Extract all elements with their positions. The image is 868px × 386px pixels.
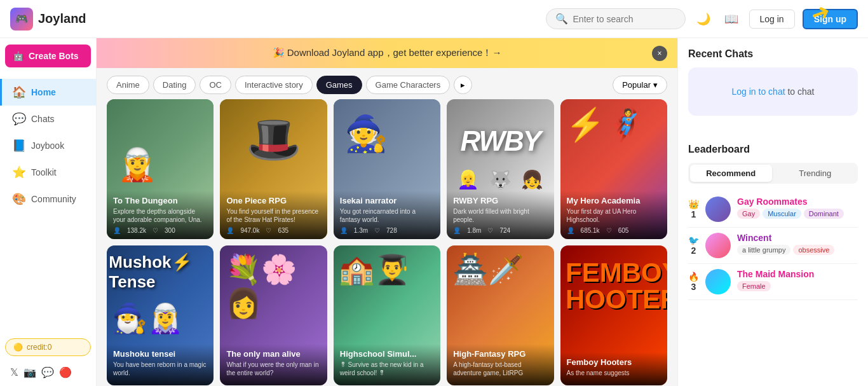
filter-games[interactable]: Games xyxy=(316,76,362,94)
plays-count: 1.8m xyxy=(467,227,481,234)
main-content: 🎉 Download Joyland app，get better experi… xyxy=(97,38,677,386)
logo[interactable]: 🎮 Joyland xyxy=(10,8,86,31)
search-icon: 🔍 xyxy=(555,13,568,25)
card-overlay: One Piece RPG You find yourself in the p… xyxy=(220,191,327,239)
sidebar-item-toolkit[interactable]: ⭐ Toolkit xyxy=(0,159,96,186)
toolkit-icon: ⭐ xyxy=(12,165,25,179)
card-my-hero-academia[interactable]: ⚡🦸 My Hero Academia Your first day at UA… xyxy=(560,99,667,239)
card-overlay: Highschool Simul... 🎖 Survive as the new… xyxy=(334,344,440,385)
card-only-man-alive[interactable]: 💐🌸👩 The only man alive What if you were … xyxy=(220,245,327,385)
card-overlay: My Hero Academia Your first day at UA He… xyxy=(560,191,667,239)
filter-anime[interactable]: Anime xyxy=(107,76,149,94)
twitter-icon[interactable]: 𝕏 xyxy=(10,366,18,378)
card-mushoku-tensei[interactable]: Mushok⚡Tense 🧙‍♂️🧝‍♀️ Mushoku tensei You… xyxy=(107,245,214,385)
login-button[interactable]: Log in xyxy=(749,10,795,29)
card-stats: 👤 1.8m ♡ 724 xyxy=(453,227,547,234)
card-desc: As the name suggests xyxy=(567,369,661,377)
create-bots-icon: 🤖 xyxy=(13,51,24,61)
card-title: To The Dungeon xyxy=(113,196,207,205)
card-title: Femboy Hooters xyxy=(567,357,661,367)
lb-item-1: 👑 1 Gay Roommates Gay Muscular Dominant xyxy=(688,191,858,228)
filter-dating[interactable]: Dating xyxy=(153,76,196,94)
credit-button[interactable]: 🟡 credit:0 xyxy=(5,338,91,356)
sidebar-nav: 🏠 Home 💬 Chats 📘 Joybook ⭐ Toolkit 🎨 Com… xyxy=(0,74,96,336)
banner-close-button[interactable]: × xyxy=(652,46,667,61)
likes-icon: ♡ xyxy=(153,227,158,234)
rank-icon-1: 👑 xyxy=(688,199,699,209)
card-desc: You have been reborn in a magic world. xyxy=(113,361,207,377)
filter-more-button[interactable]: ▸ xyxy=(454,76,472,94)
lb-info-3: The Maid Mansion Female xyxy=(737,269,858,291)
search-bar[interactable]: 🔍 xyxy=(546,8,686,29)
sidebar: 🤖 Create Bots 🏠 Home 💬 Chats 📘 Joybook ⭐… xyxy=(0,38,97,386)
card-title: High-Fantasy RPG xyxy=(453,349,547,359)
lb-tags-1: Gay Muscular Dominant xyxy=(737,209,858,219)
joybook-icon: 📘 xyxy=(12,139,25,153)
card-desc: You got reincarnated into a fantasy worl… xyxy=(340,207,434,224)
card-title: My Hero Academia xyxy=(567,196,661,205)
sidebar-item-home[interactable]: 🏠 Home xyxy=(0,79,96,106)
sidebar-item-joybook[interactable]: 📘 Joybook xyxy=(0,132,96,159)
lb-avatar-2[interactable] xyxy=(705,233,731,258)
recent-chats-empty: Log in to chat to chat xyxy=(688,67,858,116)
tab-recommend[interactable]: Recommend xyxy=(690,165,772,182)
right-panel: Recent Chats Log in to chat to chat Lead… xyxy=(677,38,868,386)
header: 🎮 Joyland 🔍 🌙 📖 Log in Sign up ➜ xyxy=(0,0,868,38)
card-stats: 👤 947.0k ♡ 635 xyxy=(226,227,320,234)
filter-game-characters[interactable]: Game Characters xyxy=(366,76,451,94)
card-desc: Your first day at UA Hero Highschool. xyxy=(567,207,661,224)
discord-icon[interactable]: 💬 xyxy=(41,366,54,378)
lb-name-2[interactable]: Wincent xyxy=(737,233,858,243)
lb-rank-3: 🔥 3 xyxy=(688,269,699,292)
card-desc: A high-fantasy txt-based adventure game,… xyxy=(453,361,547,377)
plays-count: 947.0k xyxy=(240,227,259,234)
card-rwby-rpg[interactable]: RWBY 👱‍♀️🐺👧 RWBY RPG Dark world filled w… xyxy=(447,99,553,239)
lb-name-3[interactable]: The Maid Mansion xyxy=(737,269,858,279)
card-overlay: To The Dungeon Explore the depths alongs… xyxy=(107,191,214,239)
filter-oc[interactable]: OC xyxy=(200,76,231,94)
lb-item-3: 🔥 3 The Maid Mansion Female xyxy=(688,264,858,300)
card-stats: 👤 1.3m ♡ 728 xyxy=(340,227,434,234)
card-overlay: RWBY RPG Dark world filled with bright p… xyxy=(447,191,553,239)
card-overlay: Femboy Hooters As the name suggests xyxy=(560,352,667,385)
card-isekai-narrator[interactable]: 🧙 Isekai narrator You got reincarnated i… xyxy=(334,99,440,239)
cards-row-1: 🧝 To The Dungeon Explore the depths alon… xyxy=(107,99,667,239)
login-link[interactable]: Log in to chat xyxy=(732,86,785,97)
card-desc: Dark world filled with bright people. xyxy=(453,207,547,224)
create-bots-button[interactable]: 🤖 Create Bots xyxy=(5,45,91,67)
card-to-the-dungeon[interactable]: 🧝 To The Dungeon Explore the depths alon… xyxy=(107,99,214,239)
sidebar-label-chats: Chats xyxy=(31,114,55,124)
leaderboard-tabs: Recommend Trending xyxy=(688,163,858,184)
plays-count: 1.3m xyxy=(354,227,368,234)
lb-tags-3: Female xyxy=(737,281,858,291)
card-title: Highschool Simul... xyxy=(340,349,434,359)
card-stats: 👤 138.2k ♡ 300 xyxy=(113,227,207,234)
tab-trending[interactable]: Trending xyxy=(775,165,857,182)
sidebar-item-chats[interactable]: 💬 Chats xyxy=(0,106,96,132)
sort-popular[interactable]: Popular ▾ xyxy=(613,76,667,94)
filter-interactive-story[interactable]: Interactive story xyxy=(235,76,313,94)
leaderboard-section: Leaderboard Recommend Trending 👑 1 Gay R… xyxy=(678,134,868,310)
lb-item-2: 🐦 2 Wincent a little grumpy obsessive xyxy=(688,228,858,264)
card-femboy-hooters[interactable]: FEMBOYHOOTERS Femboy Hooters As the name… xyxy=(560,245,667,385)
lb-avatar-1[interactable] xyxy=(705,196,731,222)
tag-muscular: Muscular xyxy=(763,209,801,219)
card-desc: 🎖 Survive as the new kid in a weird scho… xyxy=(340,361,434,377)
moon-icon[interactable]: 🌙 xyxy=(693,9,714,29)
card-high-fantasy-rpg[interactable]: 🏯🗡️ High-Fantasy RPG A high-fantasy txt-… xyxy=(447,245,553,385)
credit-label: credit:0 xyxy=(27,343,51,352)
rank-icon-2: 🐦 xyxy=(688,235,699,245)
sidebar-label-joybook: Joybook xyxy=(31,141,64,151)
lb-name-1[interactable]: Gay Roommates xyxy=(737,196,858,207)
search-input[interactable] xyxy=(573,14,675,24)
instagram-icon[interactable]: 📷 xyxy=(24,366,36,378)
plays-count: 685.1k xyxy=(581,227,600,234)
community-icon: 🎨 xyxy=(12,192,25,206)
reddit-icon[interactable]: 🔴 xyxy=(59,366,72,378)
tag-grumpy: a little grumpy xyxy=(737,245,790,255)
card-one-piece-rpg[interactable]: 🎩 One Piece RPG You find yourself in the… xyxy=(220,99,327,239)
book-icon[interactable]: 📖 xyxy=(721,9,742,29)
sidebar-item-community[interactable]: 🎨 Community xyxy=(0,186,96,212)
card-highschool-sim[interactable]: 🏫👨‍🎓 Highschool Simul... 🎖 Survive as th… xyxy=(334,245,440,385)
lb-avatar-3[interactable] xyxy=(705,269,731,294)
